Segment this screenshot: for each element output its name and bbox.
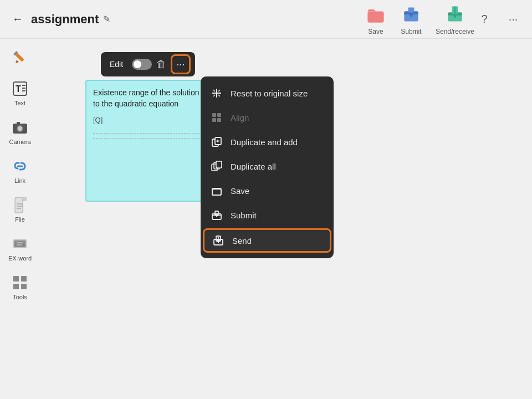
reset-icon [211,87,223,99]
menu-item-duplicate-all[interactable]: Duplicate all [201,154,334,178]
sidebar-camera-label: Camera [9,139,30,145]
submit-toolbar-button[interactable]: Submit [400,3,422,35]
send-label: Send [232,236,252,245]
exword-icon [10,234,30,254]
question-card: Existence range of the solution to the q… [85,80,213,202]
camera-icon [10,117,30,137]
svg-line-42 [218,90,220,91]
sidebar-item-tools[interactable]: Tools [1,268,39,305]
sidebar-item-camera[interactable]: Camera [1,113,39,150]
file-icon [10,195,30,215]
card-toggle[interactable] [132,59,152,70]
send-receive-label: Send/receive [436,28,474,35]
sidebar: T Text Camera Link [0,39,40,399]
submit-menu-label: Submit [231,211,257,220]
card-more-button[interactable]: ··· [171,54,191,74]
dashed-line-1 [93,133,205,134]
sidebar-exword-label: EX-word [8,255,32,262]
duplicate-all-label: Duplicate all [231,162,276,171]
svg-rect-46 [217,113,221,117]
svg-rect-48 [217,118,221,122]
tools-icon [10,273,30,293]
svg-rect-55 [216,161,222,168]
align-icon [211,111,223,124]
more-button[interactable]: ··· [503,9,523,29]
svg-rect-1 [368,12,384,22]
svg-rect-23 [17,122,20,124]
save-icon [365,3,387,25]
text-icon: T [10,79,30,99]
submit-small-icon [211,209,223,221]
sidebar-item-file[interactable]: File [1,191,39,227]
svg-rect-27 [23,197,27,201]
menu-item-reset[interactable]: Reset to original size [201,81,334,105]
svg-rect-32 [14,241,25,247]
sidebar-item-pen[interactable] [1,43,39,72]
menu-item-align: Align [201,105,334,130]
link-icon [10,156,30,176]
send-icon [212,234,224,247]
svg-rect-57 [212,189,221,195]
save-toolbar-button[interactable]: Save [365,3,387,35]
sidebar-item-text[interactable]: T Text [1,74,39,111]
send-receive-toolbar-button[interactable]: Send/receive [436,3,474,35]
pen-icon [10,48,30,68]
duplicate-add-label: Duplicate and add [231,137,298,147]
help-button[interactable]: ? [474,9,494,29]
sidebar-item-exword[interactable]: EX-word [1,229,39,266]
top-bar: ← assignment ✎ Save [0,0,532,39]
submit-label: Submit [401,28,421,35]
top-bar-left: ← assignment ✎ [9,11,365,28]
assignment-title: assignment [31,12,99,27]
sidebar-text-label: Text [14,100,25,106]
svg-marker-13 [16,60,19,63]
svg-rect-37 [13,284,19,289]
card-edit-button[interactable]: Edit [105,58,127,71]
svg-rect-36 [21,276,27,282]
sidebar-item-link[interactable]: Link [1,152,39,188]
save-small-icon [211,185,223,197]
reset-label: Reset to original size [231,89,308,98]
q-label: [Q] [93,116,205,124]
sidebar-file-label: File [15,216,25,223]
svg-rect-47 [212,118,216,122]
svg-rect-45 [212,113,216,117]
svg-rect-35 [13,276,19,282]
save-menu-label: Save [231,186,249,196]
send-receive-icon [444,3,466,25]
dropdown-menu: Reset to original size Align [201,76,334,258]
svg-line-44 [218,95,220,96]
dashed-line-2 [93,138,205,139]
svg-rect-38 [21,284,27,289]
menu-item-duplicate-add[interactable]: Duplicate and add [201,130,334,154]
edit-title-icon[interactable]: ✎ [103,14,110,24]
menu-item-submit[interactable]: Submit [201,203,334,227]
save-label: Save [368,28,383,35]
question-text: Existence range of the solution to the q… [93,88,205,109]
card-toolbar: Edit 🗑 ··· [101,52,195,76]
top-bar-center: Save Submit [365,3,474,35]
sidebar-tools-label: Tools [13,294,27,300]
duplicate-all-icon [211,160,223,172]
menu-item-send[interactable]: Send [203,228,331,253]
svg-line-41 [213,90,215,91]
top-bar-right: ? ··· [474,9,523,29]
duplicate-add-icon [211,136,223,148]
sidebar-link-label: Link [14,177,25,184]
menu-item-save[interactable]: Save [201,178,334,203]
svg-point-22 [18,126,22,131]
main-content: Edit 🗑 ··· Existence range of the soluti… [40,39,532,399]
svg-line-43 [213,95,215,96]
card-delete-button[interactable]: 🗑 [156,59,166,70]
align-label: Align [231,113,249,122]
svg-rect-25 [15,197,23,213]
back-button[interactable]: ← [9,11,27,28]
svg-text:T: T [16,84,21,94]
submit-icon [400,3,422,25]
